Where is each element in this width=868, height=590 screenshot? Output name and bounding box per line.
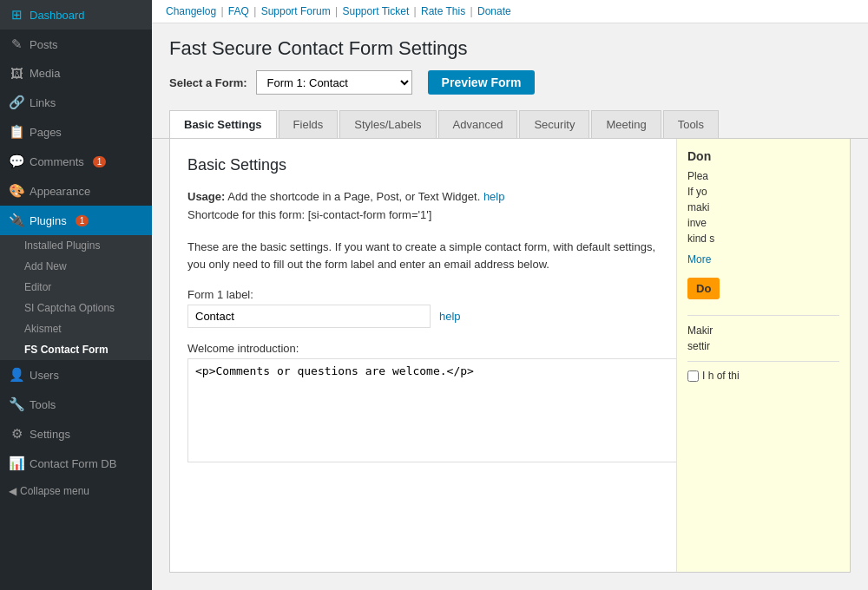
tab-meeting[interactable]: Meeting [591, 110, 661, 138]
sidebar-item-label: Links [30, 96, 56, 109]
main-content: Basic Settings Usage: Add the shortcode … [170, 139, 676, 572]
changelog-link[interactable]: Changelog [166, 5, 216, 17]
right-panel-text: PleaIf yomakiinvekind s [687, 168, 839, 246]
right-panel-more-link[interactable]: More [687, 253, 711, 266]
plugins-badge: 1 [76, 215, 89, 226]
welcome-textarea[interactable]: <p>Comments or questions are welcome.</p… [187, 358, 676, 462]
sidebar-item-tools[interactable]: 🔧 Tools [0, 390, 152, 419]
tools-icon: 🔧 [9, 397, 24, 412]
usage-box: Usage: Add the shortcode in a Page, Post… [187, 188, 659, 225]
collapse-menu[interactable]: ◀ Collapse menu [0, 478, 152, 504]
sidebar-item-dashboard[interactable]: ⊞ Dashboard [0, 0, 152, 30]
form-label-row: help [187, 305, 659, 328]
checkbox-label: I h of thi [702, 369, 740, 384]
users-icon: 👤 [9, 367, 24, 383]
sidebar-item-pages[interactable]: 📋 Pages [0, 117, 152, 147]
links-icon: 🔗 [9, 95, 24, 110]
usage-help-link[interactable]: help [483, 190, 505, 203]
posts-icon: ✎ [9, 36, 24, 52]
sidebar-sub-fs-contact-form[interactable]: FS Contact Form [0, 339, 152, 360]
right-divider [687, 315, 839, 316]
sidebar-item-label: Media [30, 67, 60, 80]
usage-text: Add the shortcode in a Page, Post, or Te… [227, 190, 480, 203]
usage-label: Usage: [187, 190, 225, 203]
support-ticket-link[interactable]: Support Ticket [343, 5, 410, 17]
sidebar-item-label: Contact Form DB [30, 457, 116, 470]
sidebar-item-settings[interactable]: ⚙ Settings [0, 419, 152, 449]
form-select[interactable]: Form 1: Contact Form 2 Form 3 [256, 70, 412, 95]
main-area: Changelog | FAQ | Support Forum | Suppor… [152, 0, 868, 590]
plugins-icon: 🔌 [9, 213, 24, 228]
comments-badge: 1 [93, 156, 107, 167]
sidebar-item-users[interactable]: 👤 Users [0, 360, 152, 390]
right-bottom-text: Makirsettir [687, 323, 839, 354]
tab-tools[interactable]: Tools [663, 110, 719, 138]
sidebar-item-label: Appearance [30, 185, 90, 198]
right-panel-heading: Don [687, 149, 839, 163]
topbar: Changelog | FAQ | Support Forum | Suppor… [152, 0, 868, 23]
shortcode-label: Shortcode for this form: [187, 208, 305, 221]
sidebar-item-label: Dashboard [30, 9, 85, 22]
sidebar-sub-add-new[interactable]: Add New [0, 256, 152, 277]
sidebar-item-label: Posts [30, 38, 58, 51]
collapse-label: Collapse menu [20, 485, 89, 497]
right-checkbox[interactable] [687, 370, 699, 382]
sidebar-item-label: Settings [30, 428, 70, 441]
support-forum-link[interactable]: Support Forum [261, 5, 331, 17]
shortcode-value: [si-contact-form form='1'] [308, 208, 432, 221]
sidebar-item-media[interactable]: 🖼 Media [0, 59, 152, 88]
form-label-input[interactable] [187, 305, 431, 328]
sidebar-item-contact-form-db[interactable]: 📊 Contact Form DB [0, 449, 152, 478]
sidebar-item-label: Users [30, 369, 59, 382]
sidebar: ⊞ Dashboard ✎ Posts 🖼 Media 🔗 Links 📋 Pa… [0, 0, 152, 590]
faq-link[interactable]: FAQ [228, 5, 249, 17]
content-area: Basic Settings Usage: Add the shortcode … [169, 139, 851, 573]
tab-fields[interactable]: Fields [279, 110, 339, 138]
right-checkbox-row: I h of thi [687, 369, 839, 384]
sidebar-item-label: Comments [30, 155, 84, 168]
sidebar-sub-editor[interactable]: Editor [0, 277, 152, 298]
tabs-bar: Basic Settings Fields Styles/Labels Adva… [152, 102, 868, 139]
sidebar-item-posts[interactable]: ✎ Posts [0, 30, 152, 59]
comments-icon: 💬 [9, 154, 24, 169]
welcome-label: Welcome introduction: [187, 342, 659, 355]
select-form-label: Select a Form: [169, 76, 247, 89]
preview-form-button[interactable]: Preview Form [428, 70, 536, 95]
welcome-intro-group: Welcome introduction: <p>Comments or que… [187, 342, 659, 478]
right-panel: Don PleaIf yomakiinvekind s More Do Maki… [676, 139, 850, 572]
donate-button[interactable]: Do [687, 278, 720, 299]
sidebar-item-comments[interactable]: 💬 Comments 1 [0, 147, 152, 176]
collapse-arrow-icon: ◀ [9, 485, 16, 497]
page-header: Fast Secure Contact Form Settings Select… [152, 23, 868, 102]
sidebar-sub-akismet[interactable]: Akismet [0, 318, 152, 339]
tab-basic-settings[interactable]: Basic Settings [169, 110, 277, 139]
dashboard-icon: ⊞ [9, 7, 24, 23]
sidebar-sub-si-captcha[interactable]: SI Captcha Options [0, 298, 152, 318]
sidebar-item-appearance[interactable]: 🎨 Appearance [0, 176, 152, 206]
media-icon: 🖼 [9, 66, 24, 81]
sidebar-item-label: Plugins [30, 214, 67, 227]
form-label-group: Form 1 label: help [187, 288, 659, 328]
section-heading: Basic Settings [187, 156, 659, 174]
pages-icon: 📋 [9, 124, 24, 140]
description-text: These are the basic settings. If you wan… [187, 239, 659, 275]
sidebar-item-label: Tools [30, 398, 56, 411]
textarea-wrapper: <p>Comments or questions are welcome.</p… [187, 358, 676, 465]
sidebar-item-links[interactable]: 🔗 Links [0, 88, 152, 117]
tab-security[interactable]: Security [519, 110, 589, 138]
sidebar-sub-installed-plugins[interactable]: Installed Plugins [0, 235, 152, 256]
donate-link[interactable]: Donate [477, 5, 511, 17]
form-label-help-link[interactable]: help [439, 310, 461, 323]
tab-styles-labels[interactable]: Styles/Labels [339, 110, 436, 138]
page-title: Fast Secure Contact Form Settings [169, 37, 851, 60]
contact-form-db-icon: 📊 [9, 456, 24, 471]
sidebar-item-plugins[interactable]: 🔌 Plugins 1 [0, 206, 152, 235]
settings-icon: ⚙ [9, 426, 24, 442]
rate-this-link[interactable]: Rate This [421, 5, 465, 17]
form-label-label: Form 1 label: [187, 288, 659, 301]
form-selector: Select a Form: Form 1: Contact Form 2 Fo… [169, 70, 851, 95]
tab-advanced[interactable]: Advanced [438, 110, 518, 138]
textarea-help-row: help [187, 465, 676, 478]
right-divider-2 [687, 361, 839, 362]
sidebar-item-label: Pages [30, 126, 62, 139]
